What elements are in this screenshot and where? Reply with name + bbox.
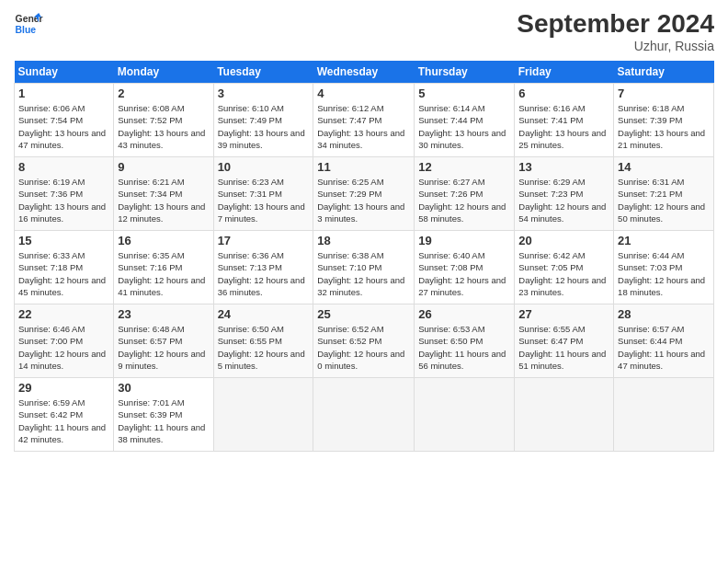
day-info: Sunrise: 6:23 AM Sunset: 7:31 PM Dayligh…: [218, 176, 310, 224]
day-number: 3: [218, 86, 310, 100]
day-info: Sunrise: 6:57 AM Sunset: 6:44 PM Dayligh…: [618, 323, 710, 372]
col-monday: Monday: [114, 61, 213, 84]
page-header: General Blue September 2024 Uzhur, Russi…: [14, 9, 714, 53]
day-number: 1: [18, 86, 109, 100]
location: Uzhur, Russia: [517, 39, 714, 53]
day-info: Sunrise: 6:40 AM Sunset: 7:08 PM Dayligh…: [418, 249, 510, 298]
day-number: 7: [618, 86, 710, 100]
calendar-day: [515, 378, 614, 452]
calendar-week-1: 8 Sunrise: 6:19 AM Sunset: 7:36 PM Dayli…: [15, 157, 714, 231]
day-number: 18: [317, 234, 410, 247]
calendar-day: 28 Sunrise: 6:57 AM Sunset: 6:44 PM Dayl…: [614, 304, 714, 378]
day-info: Sunrise: 6:08 AM Sunset: 7:52 PM Dayligh…: [118, 102, 209, 151]
day-info: Sunrise: 6:55 AM Sunset: 6:47 PM Dayligh…: [518, 323, 609, 372]
day-number: 24: [218, 307, 310, 321]
calendar-week-2: 15 Sunrise: 6:33 AM Sunset: 7:18 PM Dayl…: [15, 231, 714, 304]
calendar-day: 18 Sunrise: 6:38 AM Sunset: 7:10 PM Dayl…: [313, 231, 415, 304]
day-number: 17: [218, 234, 310, 247]
calendar-day: 20 Sunrise: 6:42 AM Sunset: 7:05 PM Dayl…: [515, 231, 614, 304]
calendar-table: Sunday Monday Tuesday Wednesday Thursday…: [14, 61, 714, 452]
day-info: Sunrise: 6:19 AM Sunset: 7:36 PM Dayligh…: [18, 176, 109, 224]
header-row: Sunday Monday Tuesday Wednesday Thursday…: [15, 61, 714, 84]
day-number: 2: [118, 86, 209, 100]
day-number: 11: [317, 160, 410, 174]
day-number: 27: [518, 307, 609, 321]
day-number: 25: [317, 307, 410, 321]
day-number: 22: [18, 307, 109, 321]
day-info: Sunrise: 6:44 AM Sunset: 7:03 PM Dayligh…: [618, 249, 710, 298]
day-info: Sunrise: 6:14 AM Sunset: 7:44 PM Dayligh…: [418, 102, 510, 151]
day-info: Sunrise: 6:16 AM Sunset: 7:41 PM Dayligh…: [518, 102, 609, 151]
calendar-day: 14 Sunrise: 6:31 AM Sunset: 7:21 PM Dayl…: [614, 157, 714, 231]
calendar-day: 9 Sunrise: 6:21 AM Sunset: 7:34 PM Dayli…: [114, 157, 213, 231]
calendar-day: 6 Sunrise: 6:16 AM Sunset: 7:41 PM Dayli…: [515, 84, 614, 157]
day-info: Sunrise: 6:06 AM Sunset: 7:54 PM Dayligh…: [18, 102, 109, 151]
calendar-day: 21 Sunrise: 6:44 AM Sunset: 7:03 PM Dayl…: [614, 231, 714, 304]
calendar-day: 7 Sunrise: 6:18 AM Sunset: 7:39 PM Dayli…: [614, 84, 714, 157]
calendar-day: 17 Sunrise: 6:36 AM Sunset: 7:13 PM Dayl…: [213, 231, 313, 304]
calendar-day: [213, 378, 313, 452]
col-tuesday: Tuesday: [213, 61, 313, 84]
day-number: 12: [418, 160, 510, 174]
calendar-day: 16 Sunrise: 6:35 AM Sunset: 7:16 PM Dayl…: [114, 231, 213, 304]
page-container: General Blue September 2024 Uzhur, Russi…: [0, 0, 728, 461]
logo-icon: General Blue: [14, 9, 43, 39]
col-friday: Friday: [515, 61, 614, 84]
day-number: 19: [418, 234, 510, 247]
day-number: 21: [618, 234, 710, 247]
day-number: 23: [118, 307, 209, 321]
col-saturday: Saturday: [614, 61, 714, 84]
day-number: 16: [118, 234, 209, 247]
day-number: 28: [618, 307, 710, 321]
calendar-day: 8 Sunrise: 6:19 AM Sunset: 7:36 PM Dayli…: [15, 157, 114, 231]
day-number: 20: [518, 234, 609, 247]
day-info: Sunrise: 6:21 AM Sunset: 7:34 PM Dayligh…: [118, 176, 209, 224]
calendar-day: [313, 378, 415, 452]
day-number: 4: [317, 86, 410, 100]
calendar-day: 4 Sunrise: 6:12 AM Sunset: 7:47 PM Dayli…: [313, 84, 415, 157]
day-number: 6: [518, 86, 609, 100]
day-info: Sunrise: 6:42 AM Sunset: 7:05 PM Dayligh…: [518, 249, 609, 298]
calendar-day: 25 Sunrise: 6:52 AM Sunset: 6:52 PM Dayl…: [313, 304, 415, 378]
calendar-day: 11 Sunrise: 6:25 AM Sunset: 7:29 PM Dayl…: [313, 157, 415, 231]
calendar-day: 24 Sunrise: 6:50 AM Sunset: 6:55 PM Dayl…: [213, 304, 313, 378]
day-info: Sunrise: 6:53 AM Sunset: 6:50 PM Dayligh…: [418, 323, 510, 372]
calendar-day: [415, 378, 515, 452]
calendar-day: 2 Sunrise: 6:08 AM Sunset: 7:52 PM Dayli…: [114, 84, 213, 157]
calendar-day: 3 Sunrise: 6:10 AM Sunset: 7:49 PM Dayli…: [213, 84, 313, 157]
day-info: Sunrise: 6:52 AM Sunset: 6:52 PM Dayligh…: [317, 323, 410, 372]
day-info: Sunrise: 6:38 AM Sunset: 7:10 PM Dayligh…: [317, 249, 410, 298]
calendar-day: 12 Sunrise: 6:27 AM Sunset: 7:26 PM Dayl…: [415, 157, 515, 231]
calendar-day: 19 Sunrise: 6:40 AM Sunset: 7:08 PM Dayl…: [415, 231, 515, 304]
day-number: 10: [218, 160, 310, 174]
calendar-day: 13 Sunrise: 6:29 AM Sunset: 7:23 PM Dayl…: [515, 157, 614, 231]
svg-text:Blue: Blue: [16, 25, 37, 35]
calendar-week-0: 1 Sunrise: 6:06 AM Sunset: 7:54 PM Dayli…: [15, 84, 714, 157]
title-block: September 2024 Uzhur, Russia: [517, 9, 714, 53]
day-info: Sunrise: 6:36 AM Sunset: 7:13 PM Dayligh…: [218, 249, 310, 298]
day-info: Sunrise: 6:50 AM Sunset: 6:55 PM Dayligh…: [218, 323, 310, 372]
day-info: Sunrise: 7:01 AM Sunset: 6:39 PM Dayligh…: [118, 396, 209, 445]
day-info: Sunrise: 6:18 AM Sunset: 7:39 PM Dayligh…: [618, 102, 710, 151]
day-number: 30: [118, 381, 209, 395]
calendar-day: 23 Sunrise: 6:48 AM Sunset: 6:57 PM Dayl…: [114, 304, 213, 378]
day-info: Sunrise: 6:33 AM Sunset: 7:18 PM Dayligh…: [18, 249, 109, 298]
calendar-day: 5 Sunrise: 6:14 AM Sunset: 7:44 PM Dayli…: [415, 84, 515, 157]
day-info: Sunrise: 6:59 AM Sunset: 6:42 PM Dayligh…: [18, 396, 109, 445]
day-info: Sunrise: 6:46 AM Sunset: 7:00 PM Dayligh…: [18, 323, 109, 372]
calendar-day: 30 Sunrise: 7:01 AM Sunset: 6:39 PM Dayl…: [114, 378, 213, 452]
calendar-week-4: 29 Sunrise: 6:59 AM Sunset: 6:42 PM Dayl…: [15, 378, 714, 452]
calendar-week-3: 22 Sunrise: 6:46 AM Sunset: 7:00 PM Dayl…: [15, 304, 714, 378]
calendar-day: [614, 378, 714, 452]
calendar-day: 15 Sunrise: 6:33 AM Sunset: 7:18 PM Dayl…: [15, 231, 114, 304]
day-number: 26: [418, 307, 510, 321]
day-info: Sunrise: 6:12 AM Sunset: 7:47 PM Dayligh…: [317, 102, 410, 151]
day-info: Sunrise: 6:31 AM Sunset: 7:21 PM Dayligh…: [618, 176, 710, 224]
col-sunday: Sunday: [15, 61, 114, 84]
day-number: 8: [18, 160, 109, 174]
day-number: 14: [618, 160, 710, 174]
day-info: Sunrise: 6:48 AM Sunset: 6:57 PM Dayligh…: [118, 323, 209, 372]
day-info: Sunrise: 6:35 AM Sunset: 7:16 PM Dayligh…: [118, 249, 209, 298]
calendar-day: 27 Sunrise: 6:55 AM Sunset: 6:47 PM Dayl…: [515, 304, 614, 378]
day-info: Sunrise: 6:10 AM Sunset: 7:49 PM Dayligh…: [218, 102, 310, 151]
